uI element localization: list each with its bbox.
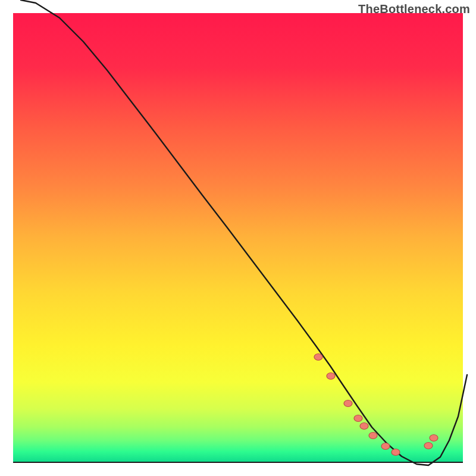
highlighted-point xyxy=(360,423,368,430)
highlighted-point xyxy=(327,373,335,380)
highlighted-point xyxy=(354,415,362,422)
highlighted-point xyxy=(430,435,438,441)
highlighted-point xyxy=(381,443,390,450)
highlighted-point xyxy=(314,354,322,361)
plot-background xyxy=(13,13,463,463)
highlighted-point xyxy=(424,443,433,449)
baseline xyxy=(13,462,463,463)
highlighted-point xyxy=(344,400,352,407)
watermark-label: TheBottleneck.com xyxy=(358,2,470,16)
chart-stage: TheBottleneck.com xyxy=(0,0,476,476)
highlighted-point xyxy=(392,449,400,456)
highlighted-point xyxy=(369,433,377,439)
bottleneck-chart xyxy=(0,0,476,476)
